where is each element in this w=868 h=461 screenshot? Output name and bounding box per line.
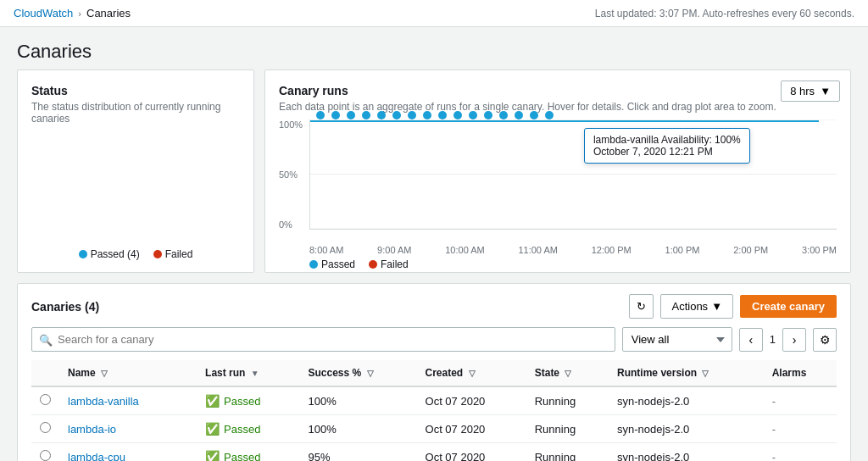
canary-link-2[interactable]: lambda-cpu bbox=[68, 451, 125, 462]
passed-icon-2: ✅ bbox=[205, 450, 220, 461]
chart-dot bbox=[331, 111, 340, 119]
failed-dot bbox=[153, 250, 162, 258]
table-body: lambda-vanilla ✅ Passed 100% Oct 07 2020… bbox=[31, 386, 837, 461]
chart-x-labels: 8:00 AM 9:00 AM 10:00 AM 11:00 AM 12:00 … bbox=[309, 242, 837, 255]
chart-dot bbox=[362, 111, 370, 119]
col-name[interactable]: Name ▽ bbox=[59, 360, 197, 386]
col-success-pct[interactable]: Success % ▽ bbox=[299, 360, 416, 386]
row-success-1: 100% bbox=[299, 415, 416, 443]
canary-link-1[interactable]: lambda-io bbox=[68, 423, 116, 436]
runs-passed-dot bbox=[309, 260, 318, 269]
row-radio-0[interactable] bbox=[40, 394, 51, 405]
row-created-1: Oct 07 2020 bbox=[417, 415, 526, 443]
chart-dot bbox=[545, 111, 554, 119]
row-radio-cell bbox=[31, 386, 59, 415]
runs-failed-label: Failed bbox=[381, 258, 409, 270]
chart-dot bbox=[377, 111, 386, 119]
chart-inner: lambda-vanilla Availability: 100% Octobe… bbox=[309, 119, 837, 230]
col-created[interactable]: Created ▽ bbox=[417, 360, 526, 386]
table-row: lambda-vanilla ✅ Passed 100% Oct 07 2020… bbox=[31, 386, 837, 415]
x-label-3pm: 3:00 PM bbox=[802, 245, 837, 255]
row-alarms-2: - bbox=[764, 443, 837, 462]
next-page-button[interactable]: › bbox=[782, 328, 806, 352]
row-runtime-1: syn-nodejs-2.0 bbox=[609, 415, 764, 443]
x-label-11am: 11:00 AM bbox=[518, 245, 557, 255]
chart-dot bbox=[484, 111, 492, 119]
row-state-0: Running bbox=[526, 386, 609, 415]
chart-dot bbox=[469, 111, 477, 119]
table-title: Canaries (4) bbox=[31, 300, 99, 314]
legend-passed: Passed (4) bbox=[79, 248, 140, 260]
row-created-2: Oct 07 2020 bbox=[417, 443, 526, 462]
chart-dot bbox=[438, 111, 447, 119]
row-created-0: Oct 07 2020 bbox=[417, 386, 526, 415]
chart-dot bbox=[347, 111, 355, 119]
legend-failed-label: Failed bbox=[165, 248, 193, 260]
passed-label-2: Passed bbox=[224, 451, 260, 462]
donut-container: Passed (4) Failed bbox=[31, 131, 240, 260]
chart-area: 100% 50% 0% lambd bbox=[279, 119, 837, 255]
col-select bbox=[31, 360, 59, 386]
table-settings-button[interactable]: ⚙ bbox=[813, 328, 837, 352]
donut-chart bbox=[81, 131, 191, 242]
page-title: Canaries bbox=[17, 41, 851, 63]
canaries-table-panel: Canaries (4) ↻ Actions ▼ Create canary 🔍… bbox=[17, 283, 851, 461]
status-passed-0: ✅ Passed bbox=[205, 394, 291, 408]
canary-runs-panel: Canary runs Each data point is an aggreg… bbox=[264, 69, 851, 273]
chart-dot bbox=[453, 111, 462, 119]
row-success-2: 95% bbox=[299, 443, 416, 462]
search-wrapper: 🔍 bbox=[31, 327, 615, 352]
chart-dots-row bbox=[309, 111, 837, 119]
actions-chevron: ▼ bbox=[711, 300, 722, 313]
table-header-row: Canaries (4) ↻ Actions ▼ Create canary bbox=[31, 294, 837, 319]
row-alarms-0: - bbox=[764, 386, 837, 415]
canary-link-0[interactable]: lambda-vanilla bbox=[68, 395, 139, 408]
main-content: Status The status distribution of curren… bbox=[0, 69, 868, 461]
col-alarms: Alarms bbox=[764, 360, 837, 386]
col-runtime[interactable]: Runtime version ▽ bbox=[609, 360, 764, 386]
chart-dot bbox=[316, 111, 325, 119]
row-name-2: lambda-cpu bbox=[59, 443, 197, 462]
table-row: lambda-cpu ✅ Passed 95% Oct 07 2020 Runn… bbox=[31, 443, 837, 462]
row-radio-1[interactable] bbox=[40, 422, 51, 433]
time-range-button[interactable]: 8 hrs ▼ bbox=[781, 81, 840, 102]
row-alarms-1: - bbox=[764, 415, 837, 443]
row-name-0: lambda-vanilla bbox=[59, 386, 197, 415]
chart-svg bbox=[310, 119, 837, 229]
col-state[interactable]: State ▽ bbox=[526, 360, 609, 386]
legend-passed-label: Passed (4) bbox=[91, 248, 140, 260]
create-canary-button[interactable]: Create canary bbox=[740, 295, 837, 318]
top-panels-row: Status The status distribution of curren… bbox=[17, 69, 851, 273]
passed-icon-0: ✅ bbox=[205, 394, 220, 408]
chart-dot bbox=[515, 111, 523, 119]
chart-dot bbox=[499, 111, 508, 119]
breadcrumb-separator: › bbox=[78, 8, 81, 19]
top-nav: CloudWatch › Canaries Last updated: 3:07… bbox=[0, 0, 868, 27]
y-label-50: 50% bbox=[279, 169, 303, 180]
chart-dot bbox=[530, 111, 538, 119]
passed-label-0: Passed bbox=[224, 395, 260, 408]
x-label-12pm: 12:00 PM bbox=[592, 245, 632, 255]
refresh-button[interactable]: ↻ bbox=[629, 294, 654, 319]
x-label-8am: 8:00 AM bbox=[309, 245, 343, 255]
prev-page-button[interactable]: ‹ bbox=[739, 328, 763, 352]
x-label-1pm: 1:00 PM bbox=[665, 245, 700, 255]
status-panel: Status The status distribution of curren… bbox=[17, 69, 254, 273]
col-last-run[interactable]: Last run ▼ bbox=[197, 360, 299, 386]
canary-runs-legend: Passed Failed bbox=[309, 258, 837, 270]
row-runtime-0: syn-nodejs-2.0 bbox=[609, 386, 764, 415]
breadcrumb-cloudwatch[interactable]: CloudWatch bbox=[14, 7, 73, 19]
row-radio-2[interactable] bbox=[40, 450, 51, 461]
x-label-10am: 10:00 AM bbox=[445, 245, 484, 255]
search-input[interactable] bbox=[31, 327, 615, 352]
row-state-1: Running bbox=[526, 415, 609, 443]
actions-button[interactable]: Actions ▼ bbox=[660, 294, 733, 319]
table-header-row-el: Name ▽ Last run ▼ Success % ▽ Created ▽ … bbox=[31, 360, 837, 386]
row-last-run-2: ✅ Passed bbox=[197, 443, 299, 462]
table-row: lambda-io ✅ Passed 100% Oct 07 2020 Runn… bbox=[31, 415, 837, 443]
row-name-1: lambda-io bbox=[59, 415, 197, 443]
row-last-run-0: ✅ Passed bbox=[197, 386, 299, 415]
chart-tooltip: lambda-vanilla Availability: 100% Octobe… bbox=[584, 128, 750, 164]
filter-select[interactable]: View all Running Stopped Error bbox=[622, 327, 732, 352]
page-number: 1 bbox=[770, 333, 776, 346]
